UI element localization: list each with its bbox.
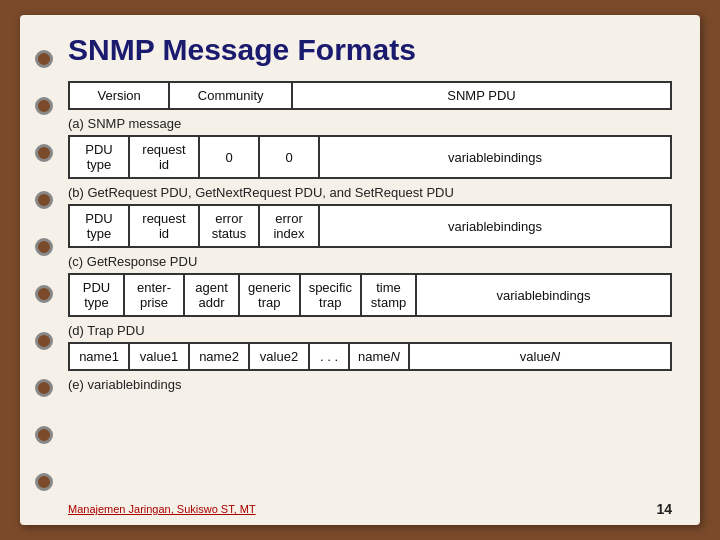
table-e: name1 value1 name2 value2 . . . nameN va… [68, 342, 672, 371]
cell-specific-trap: specifictrap [300, 274, 361, 316]
footer-page-number: 14 [656, 501, 672, 517]
label-e: (e) variablebindings [68, 377, 672, 392]
spiral-hole [35, 285, 53, 303]
cell-time-stamp: timestamp [361, 274, 416, 316]
cell-snmp-pdu: SNMP PDU [292, 82, 671, 109]
cell-ellipsis: . . . [309, 343, 349, 370]
spiral-hole [35, 191, 53, 209]
cell-zero1: 0 [199, 136, 259, 178]
cell-request-id-c: requestid [129, 205, 199, 247]
table-a: Version Community SNMP PDU [68, 81, 672, 110]
cell-agent-addr: agentaddr [184, 274, 239, 316]
spiral-hole [35, 473, 53, 491]
cell-error-status: errorstatus [199, 205, 259, 247]
cell-generic-trap: generictrap [239, 274, 300, 316]
cell-varbindings-d: variablebindings [416, 274, 671, 316]
cell-version: Version [69, 82, 169, 109]
cell-pdu-type-d: PDUtype [69, 274, 124, 316]
footer: Manajemen Jaringan, Sukiswo ST, MT 14 [68, 501, 672, 517]
spiral-hole [35, 238, 53, 256]
table-b: PDUtype requestid 0 0 variablebindings [68, 135, 672, 179]
cell-valueN: valueN [409, 343, 671, 370]
cell-varbindings-c: variablebindings [319, 205, 671, 247]
spiral-hole [35, 332, 53, 350]
table-c: PDUtype requestid errorstatus errorindex… [68, 204, 672, 248]
spiral-binding [30, 15, 58, 525]
cell-community: Community [169, 82, 292, 109]
cell-value1: value1 [129, 343, 189, 370]
table-e-container: name1 value1 name2 value2 . . . nameN va… [68, 342, 672, 392]
table-d: PDUtype enter-prise agentaddr generictra… [68, 273, 672, 317]
label-a: (a) SNMP message [68, 116, 672, 131]
page-title: SNMP Message Formats [68, 33, 672, 67]
cell-value2: value2 [249, 343, 309, 370]
cell-name1: name1 [69, 343, 129, 370]
cell-pdu-type-c: PDUtype [69, 205, 129, 247]
label-b: (b) GetRequest PDU, GetNextRequest PDU, … [68, 185, 672, 200]
label-c: (c) GetResponse PDU [68, 254, 672, 269]
spiral-hole [35, 97, 53, 115]
cell-name2: name2 [189, 343, 249, 370]
cell-request-id-b: requestid [129, 136, 199, 178]
spiral-hole [35, 379, 53, 397]
cell-error-index: errorindex [259, 205, 319, 247]
table-d-container: PDUtype enter-prise agentaddr generictra… [68, 273, 672, 338]
spiral-hole [35, 426, 53, 444]
table-b-container: PDUtype requestid 0 0 variablebindings (… [68, 135, 672, 200]
cell-zero2: 0 [259, 136, 319, 178]
slide: SNMP Message Formats Version Community S… [20, 15, 700, 525]
cell-enterprise: enter-prise [124, 274, 184, 316]
spiral-hole [35, 50, 53, 68]
cell-nameN: nameN [349, 343, 409, 370]
label-d: (d) Trap PDU [68, 323, 672, 338]
cell-pdu-type-b: PDUtype [69, 136, 129, 178]
cell-varbindings-b: variablebindings [319, 136, 671, 178]
table-c-container: PDUtype requestid errorstatus errorindex… [68, 204, 672, 269]
spiral-hole [35, 144, 53, 162]
table-a-container: Version Community SNMP PDU (a) SNMP mess… [68, 81, 672, 131]
footer-link[interactable]: Manajemen Jaringan, Sukiswo ST, MT [68, 503, 256, 515]
